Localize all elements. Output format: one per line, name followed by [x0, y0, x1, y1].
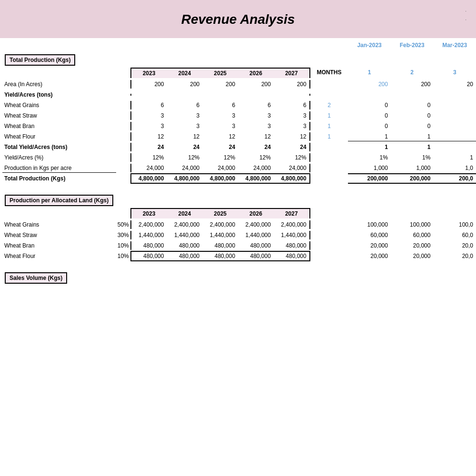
year-2026-header: 2026	[238, 69, 274, 78]
row-months-label	[310, 178, 348, 179]
year-cell: 12%	[238, 153, 274, 162]
row-months-label: 1	[310, 111, 348, 120]
s2-year-2027-header: 2027	[274, 209, 309, 218]
month-cell: 1,0	[433, 164, 476, 172]
row-years: 24,00024,00024,00024,00024,000	[130, 164, 310, 172]
row-years: 12%12%12%12%12%	[130, 153, 310, 162]
year-cell: 12	[167, 132, 202, 141]
month-cell: 200	[348, 80, 391, 89]
row-months: 1,0001,0001,0	[348, 164, 476, 172]
month-num-2-header: 2	[391, 68, 434, 78]
month-cell: 20,000	[391, 252, 434, 260]
year-cell: 3	[131, 111, 167, 120]
row-months: 11	[348, 132, 476, 141]
row-months: 00	[348, 111, 476, 120]
month-cell: 1	[391, 132, 434, 141]
year-cell: 2,400,000	[238, 220, 274, 229]
header-dots: ··	[465, 7, 466, 24]
table-row: Wheat Grains66666200	[2, 100, 476, 110]
month-cell	[391, 94, 434, 96]
table-row: Yield/Acres (tons)	[2, 89, 476, 100]
row-months-label	[310, 224, 348, 226]
month-cell: 60,000	[391, 231, 434, 239]
row-pct: 50%	[116, 221, 130, 228]
year-2024-header: 2024	[167, 69, 202, 78]
s2-year-2026-header: 2026	[238, 209, 274, 218]
year-cell: 4,800,000	[238, 174, 274, 183]
row-years: 4,800,0004,800,0004,800,0004,800,0004,80…	[130, 173, 310, 184]
year-cell	[167, 94, 202, 96]
month-num-3-header: 3	[433, 68, 476, 78]
table-row: Wheat Grains50%2,400,0002,400,0002,400,0…	[2, 219, 476, 230]
year-cell: 24	[202, 143, 238, 151]
month-cell: 200	[391, 80, 434, 89]
table-row: Wheat Flour1212121212111	[2, 131, 476, 142]
row-years: 2424242424	[130, 143, 310, 151]
row-label: Wheat Grains	[2, 220, 116, 229]
row-months-label	[310, 157, 348, 159]
section3-header-box: Sales Volume (Kgs)	[5, 272, 67, 284]
row-years: 480,000480,000480,000480,000480,000	[130, 241, 310, 250]
year-cell: 3	[274, 111, 309, 120]
month-cell: 200,000	[348, 174, 391, 183]
row-label: Wheat Straw	[2, 111, 116, 120]
row-label: Production in Kgs per acre	[2, 164, 116, 173]
month-cell: 1,000	[348, 164, 391, 172]
year-cell: 24,000	[202, 164, 238, 172]
year-cell: 6	[202, 101, 238, 109]
row-years: 200200200200200	[130, 80, 310, 89]
month-mar-header: Mar-2023	[433, 41, 476, 50]
year-2025-header: 2025	[202, 69, 238, 78]
main-content: Jan-2023 Feb-2023 Mar-2023 Total Product…	[0, 38, 476, 284]
s2-months-lbl	[310, 208, 348, 218]
s2-year-2023-header: 2023	[131, 209, 167, 218]
years-header-row: 2023 2024 2025 2026 2027 MONTHS 1 2 3	[2, 67, 476, 79]
year-cell: 2,400,000	[131, 220, 167, 229]
year-cell: 480,000	[238, 241, 274, 250]
year-cell	[238, 94, 274, 96]
year-cell: 6	[167, 101, 202, 109]
row-years: 66666	[130, 101, 310, 109]
year-cell: 24,000	[131, 164, 167, 172]
month-cell: 100,000	[348, 220, 391, 229]
row-months-label	[310, 146, 348, 148]
s2-year-headers: 20232024202520262027	[130, 208, 310, 218]
section2-label-row: Production per Allocated Land (Kgs)	[2, 195, 476, 206]
month-cell: 0	[348, 101, 391, 109]
th-left-spacer	[2, 41, 116, 50]
month-names-header-row: Jan-2023 Feb-2023 Mar-2023	[2, 38, 476, 50]
row-months-label: 1	[310, 132, 348, 141]
row-pct: 10%	[116, 242, 130, 249]
row-years: 33333	[130, 122, 310, 130]
year-cell	[131, 94, 167, 96]
month-cell	[433, 94, 476, 96]
year-cell	[274, 94, 309, 96]
s2-year-2024-header: 2024	[167, 209, 202, 218]
month-feb-header: Feb-2023	[391, 41, 434, 50]
month-numbers-headers: 1 2 3	[348, 68, 476, 78]
table-row: Wheat Bran10%480,000480,000480,000480,00…	[2, 240, 476, 251]
year-2023-header: 2023	[131, 69, 167, 78]
year-cell: 3	[238, 111, 274, 120]
month-cell: 1,000	[391, 164, 434, 172]
year-cell: 4,800,000	[167, 174, 202, 183]
th-pct-spacer	[116, 41, 130, 50]
section2-header-box: Production per Allocated Land (Kgs)	[5, 195, 113, 206]
row-years: 33333	[130, 111, 310, 120]
s2-month-num-headers	[348, 208, 476, 218]
month-jan-header: Jan-2023	[348, 41, 391, 50]
year-cell: 3	[167, 111, 202, 120]
row-years: 1,440,0001,440,0001,440,0001,440,0001,44…	[130, 231, 310, 239]
year-cell: 4,800,000	[202, 174, 238, 183]
year-cell: 6	[274, 101, 309, 109]
year-cell: 1,440,000	[238, 231, 274, 239]
year-cell: 24	[238, 143, 274, 151]
row-months: 20,00020,00020,0	[348, 241, 476, 250]
row-pct: 30%	[116, 232, 130, 238]
months-label-header: MONTHS	[310, 68, 348, 78]
row-label: Total Production (Kgs)	[2, 174, 116, 183]
year-cell: 200	[202, 80, 238, 89]
month-cell: 20	[433, 80, 476, 89]
year-cell: 3	[167, 122, 202, 130]
year-cell: 12%	[131, 153, 167, 162]
